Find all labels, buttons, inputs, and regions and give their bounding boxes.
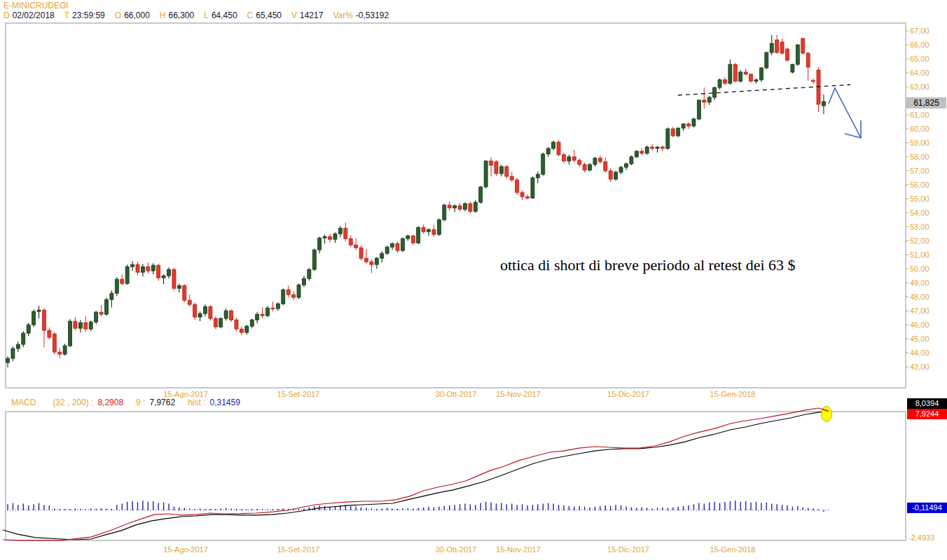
candle [323, 237, 326, 238]
candle [307, 270, 311, 279]
price-axis-label: 58,00 [910, 153, 929, 161]
candle [162, 276, 165, 278]
ohlc-field-label: H [160, 10, 166, 20]
candle [490, 161, 493, 165]
candle [469, 204, 472, 211]
candle [417, 227, 420, 243]
candle [136, 265, 139, 272]
candle [728, 64, 732, 83]
candle [256, 314, 259, 320]
main-panel-border [6, 23, 906, 388]
candle [364, 258, 368, 262]
candle [32, 312, 36, 325]
candle [531, 178, 534, 198]
date-label-macd: 30-Ott-2017 [436, 545, 477, 554]
candle [759, 68, 763, 80]
macd-signal-line [3, 412, 827, 540]
ohlc-field-value: 65,450 [256, 10, 282, 20]
ohlc-field: H66,300 [160, 10, 194, 20]
candle [495, 162, 498, 174]
price-axis-label: 65,00 [910, 55, 929, 63]
price-axis-label: 53,00 [910, 223, 929, 231]
date-label: 15-Dic-2017 [607, 390, 649, 398]
macd-field-value: 8,2908 [97, 398, 123, 407]
candle [42, 310, 46, 330]
price-axis-label: 49,00 [910, 279, 929, 287]
candle [510, 176, 513, 180]
ohlc-header-row: D02/02/2018T23:59:59O66,000H66,300L64,45… [4, 10, 399, 20]
candle [557, 142, 560, 155]
date-label-macd: 15-Set-2017 [277, 545, 320, 554]
price-axis-label: 48,00 [910, 293, 929, 301]
candle [432, 230, 436, 234]
candle [312, 250, 316, 270]
candle [115, 279, 118, 293]
ohlc-field-value: 64,450 [212, 10, 237, 20]
ohlc-field-label: C [247, 10, 254, 20]
ohlc-field-label: D [4, 10, 10, 20]
candle [177, 286, 181, 288]
candle [276, 304, 279, 309]
candle [318, 238, 322, 250]
macd-field: 9 :7,9762 [136, 398, 175, 407]
candle [796, 45, 799, 64]
macd-field-value: 7,9762 [149, 398, 175, 407]
ohlc-field: D02/02/2018 [4, 10, 55, 20]
macd-hist-value-box: -0,11494 [907, 503, 947, 513]
date-label-macd: 15-Gen-2018 [710, 545, 756, 554]
date-label: 30-Ott-2017 [436, 390, 477, 398]
date-label-macd: 15-Ago-2017 [163, 545, 208, 554]
macd-header-row: MACD(32 , 200) :8,29089 :7,9762hist :0,3… [11, 398, 253, 407]
ohlc-field-value: 66,000 [124, 10, 150, 20]
candle [536, 174, 539, 178]
price-axis-label: 46,00 [910, 321, 929, 329]
candle [453, 206, 457, 208]
macd-field-label: (32 , 200) : [53, 398, 93, 407]
candle [598, 158, 602, 162]
date-label: 15-Gen-2018 [710, 390, 756, 398]
price-axis-label: 52,00 [910, 237, 929, 245]
candle [562, 155, 565, 161]
candle [458, 206, 462, 209]
candle [656, 147, 659, 148]
candle [546, 148, 550, 154]
candle [749, 74, 753, 81]
candle [484, 161, 488, 187]
price-axis-label: 50,00 [910, 265, 929, 273]
candle [661, 147, 664, 148]
last-price-marker: 61,825 [906, 97, 946, 108]
candle [614, 172, 618, 179]
macd-value-box: 7,9244 [907, 409, 947, 419]
date-label-macd: 15-Dic-2017 [607, 545, 649, 554]
ohlc-field-value: 23:59:59 [72, 10, 105, 20]
ohlc-field: T23:59:59 [64, 10, 105, 20]
candlestick-macd-canvas[interactable]: 67,0066,0065,0064,0063,0061,0060,0059,00… [0, 0, 947, 560]
candle [474, 202, 477, 211]
candle [125, 267, 129, 284]
ohlc-field: V14217 [291, 10, 323, 20]
candle [552, 142, 555, 148]
candle [671, 129, 675, 136]
candle [780, 42, 784, 53]
candle [718, 80, 721, 88]
macd-field: hist :0,31459 [188, 398, 240, 407]
candle [58, 352, 62, 354]
candle [48, 330, 51, 337]
macd-field-label: MACD [11, 398, 36, 407]
candle [692, 119, 696, 126]
candle [141, 267, 144, 272]
candle [526, 197, 530, 198]
candle [635, 151, 638, 157]
highlight-ellipse [822, 406, 832, 421]
candle [744, 72, 747, 74]
chart-window: 67,0066,0065,0064,0063,0061,0060,0059,00… [0, 0, 947, 560]
price-axis-label: 66,00 [910, 41, 929, 49]
macd-scale-top-box: 8,0394 [907, 398, 947, 409]
macd-scale-bottom-label: -2,4933 [908, 533, 934, 542]
macd-field-label: hist : [188, 398, 205, 407]
price-axis-label: 44,00 [910, 349, 929, 357]
price-axis-label: 63,00 [910, 83, 929, 91]
candle [198, 314, 202, 317]
candle [630, 157, 633, 164]
symbol-title: E-MINICRUDEOI [4, 1, 69, 10]
